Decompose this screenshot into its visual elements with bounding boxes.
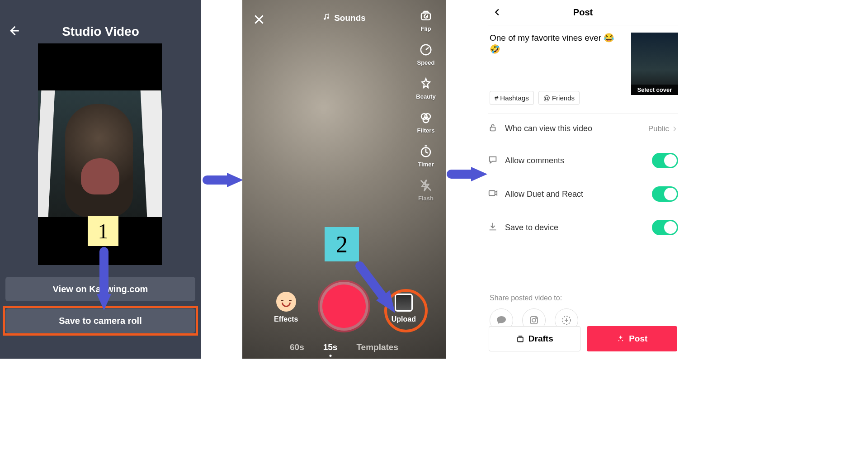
message-bubble-icon xyxy=(496,315,507,326)
back-arrow-icon[interactable] xyxy=(7,24,20,39)
duration-modes: 60s 15s Templates xyxy=(242,342,446,352)
flash-label: Flash xyxy=(418,195,434,202)
effects-face-icon xyxy=(276,292,296,312)
allow-duet-row: Allow Duet and React xyxy=(488,177,678,211)
camera-side-toolbar: Flip Speed Beauty Filters Timer Flash xyxy=(412,9,439,202)
mode-15s[interactable]: 15s xyxy=(323,342,338,352)
save-device-label: Save to device xyxy=(505,223,645,232)
flash-button[interactable]: Flash xyxy=(418,179,434,202)
filters-icon xyxy=(419,111,433,124)
privacy-row[interactable]: Who can view this video Public xyxy=(488,114,678,144)
svg-rect-12 xyxy=(491,127,495,131)
svg-point-3 xyxy=(327,17,330,19)
post-button[interactable]: Post xyxy=(587,326,678,351)
caption-area: One of my favorite vines ever 😂🤣 #Hashta… xyxy=(488,25,678,114)
friends-chip[interactable]: @Friends xyxy=(538,91,580,105)
step-badge-2: 2 xyxy=(325,227,359,261)
beauty-icon xyxy=(419,77,433,90)
comment-icon xyxy=(488,155,498,167)
instagram-icon xyxy=(528,315,539,326)
select-cover-label: Select cover xyxy=(631,85,678,95)
privacy-label: Who can view this video xyxy=(505,124,641,133)
studio-header: Studio Video xyxy=(0,0,201,45)
drafts-icon xyxy=(516,334,525,343)
duet-icon xyxy=(488,188,498,200)
step-badge-1: 1 xyxy=(88,216,118,246)
hashtags-chip-label: Hashtags xyxy=(500,94,528,102)
timer-button[interactable]: Timer xyxy=(418,145,434,168)
timer-label: Timer xyxy=(418,161,434,168)
effects-button[interactable]: Effects xyxy=(274,292,298,323)
svg-point-2 xyxy=(324,18,326,20)
effects-label: Effects xyxy=(274,315,298,323)
camera-bottom-bar: Effects Upload 60s 15s Templates xyxy=(242,277,446,359)
flip-label: Flip xyxy=(420,25,431,32)
download-icon xyxy=(488,222,498,234)
flip-icon xyxy=(419,9,433,23)
flash-icon xyxy=(419,179,433,192)
svg-marker-0 xyxy=(97,294,111,310)
annotation-arrow-step2 xyxy=(354,261,404,321)
svg-marker-1 xyxy=(227,173,243,187)
svg-rect-13 xyxy=(489,190,495,195)
sounds-label: Sounds xyxy=(334,13,366,23)
filters-button[interactable]: Filters xyxy=(417,111,434,134)
hash-icon: # xyxy=(495,94,498,102)
beauty-label: Beauty xyxy=(416,93,435,100)
allow-duet-label: Allow Duet and React xyxy=(505,190,645,199)
share-label: Share posted video to: xyxy=(488,294,678,302)
add-more-icon xyxy=(561,315,572,326)
filters-label: Filters xyxy=(417,127,434,134)
post-footer: Drafts Post xyxy=(488,326,678,351)
mode-60s[interactable]: 60s xyxy=(290,342,304,352)
svg-point-15 xyxy=(532,318,536,322)
chevron-right-icon xyxy=(671,125,678,133)
svg-point-8 xyxy=(423,117,429,123)
svg-rect-18 xyxy=(518,337,523,342)
friends-chip-label: Friends xyxy=(552,94,575,102)
speed-label: Speed xyxy=(417,59,434,66)
annotation-arrow-step1 xyxy=(95,247,113,317)
video-frame xyxy=(38,90,162,217)
hashtags-chip[interactable]: #Hashtags xyxy=(490,91,534,105)
caption-text[interactable]: One of my favorite vines ever 😂🤣 xyxy=(490,33,625,55)
post-header: Post xyxy=(488,0,678,25)
camera-screen: Sounds Flip Speed Beauty Filters Timer F… xyxy=(242,0,446,359)
speed-button[interactable]: Speed xyxy=(417,43,434,66)
svg-point-16 xyxy=(536,318,537,318)
svg-marker-11 xyxy=(471,167,487,181)
lock-icon xyxy=(488,123,498,135)
post-label: Post xyxy=(629,334,647,344)
drafts-label: Drafts xyxy=(528,334,553,344)
save-device-row: Save to device xyxy=(488,211,678,244)
post-screen: Post One of my favorite vines ever 😂🤣 #H… xyxy=(488,0,678,359)
post-sparkle-icon xyxy=(616,334,625,343)
at-icon: @ xyxy=(543,94,550,102)
allow-duet-toggle[interactable] xyxy=(652,186,678,202)
music-note-icon xyxy=(322,13,330,23)
cover-thumbnail[interactable]: Select cover xyxy=(631,33,678,95)
beauty-button[interactable]: Beauty xyxy=(416,77,435,100)
allow-comments-toggle[interactable] xyxy=(652,153,678,168)
save-device-toggle[interactable] xyxy=(652,220,678,235)
allow-comments-row: Allow comments xyxy=(488,144,678,177)
timer-icon xyxy=(419,145,433,158)
drafts-button[interactable]: Drafts xyxy=(489,326,580,351)
flip-button[interactable]: Flip xyxy=(419,9,433,32)
annotation-arrow-2to3 xyxy=(448,165,489,185)
mode-templates[interactable]: Templates xyxy=(356,342,398,352)
back-chevron-icon[interactable] xyxy=(492,7,502,19)
allow-comments-label: Allow comments xyxy=(505,156,645,166)
post-title: Post xyxy=(573,7,593,18)
speed-icon xyxy=(419,43,433,57)
privacy-value: Public xyxy=(648,124,678,133)
studio-title: Studio Video xyxy=(62,24,139,39)
annotation-arrow-1to2 xyxy=(204,171,245,191)
